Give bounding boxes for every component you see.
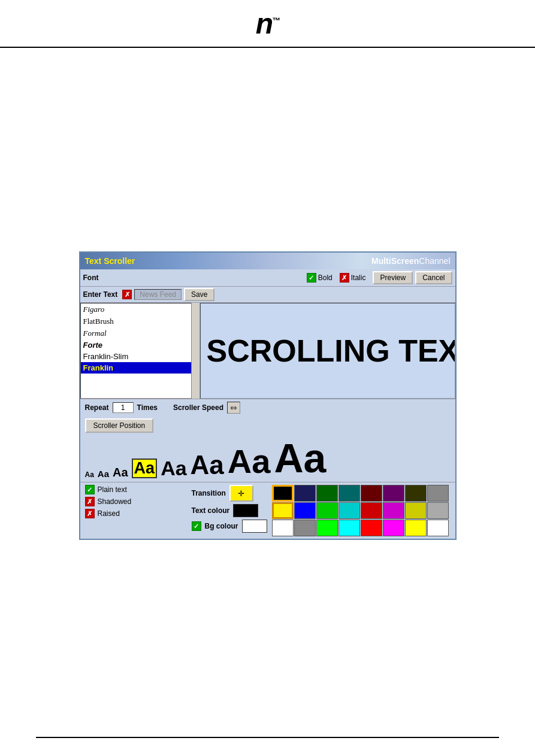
page-footer bbox=[36, 737, 499, 738]
font-list: Figaro FlatBrush Formal Forte Franklin-S… bbox=[80, 303, 200, 399]
toolbar-row-1: Font ✓ Bold ✗ Italic Preview Cancel bbox=[80, 269, 455, 287]
raised-check-icon[interactable]: ✗ bbox=[85, 509, 95, 518]
scroller-position-row: Scroller Position bbox=[80, 416, 455, 435]
shadowed-row: ✗ Shadowed bbox=[85, 497, 187, 506]
font-size-row: Aa Aa Aa Aa Aa Aa Aa Aa bbox=[80, 435, 455, 482]
font-sample-6[interactable]: Aa bbox=[191, 452, 224, 478]
palette-cell-darkgreen[interactable] bbox=[316, 485, 338, 502]
italic-label: Italic bbox=[351, 274, 366, 282]
dialog-title: Text Scroller bbox=[85, 256, 135, 266]
bold-checkbox[interactable]: ✓ Bold bbox=[307, 273, 333, 283]
repeat-input[interactable] bbox=[113, 402, 134, 413]
palette-cell-olive[interactable] bbox=[405, 485, 427, 502]
palette-cell-green[interactable] bbox=[316, 502, 338, 519]
repeat-label: Repeat bbox=[85, 403, 109, 412]
palette-cell-lightgray[interactable] bbox=[427, 502, 449, 519]
font-item-franklin-slim[interactable]: Franklin-Slim bbox=[81, 351, 199, 362]
save-button[interactable]: Save bbox=[184, 288, 214, 301]
left-checks: ✓ Plain text ✗ Shadowed ✗ Raised bbox=[85, 485, 187, 536]
palette-cell-white2[interactable] bbox=[427, 520, 449, 536]
palette-row-2 bbox=[272, 502, 449, 519]
bold-label: Bold bbox=[318, 274, 333, 282]
transition-label: Transition bbox=[192, 489, 226, 497]
transition-button[interactable]: ✛ bbox=[229, 485, 253, 502]
enter-text-clear-icon[interactable]: ✗ bbox=[122, 290, 132, 299]
brand-channel: Channel bbox=[419, 256, 450, 266]
enter-text-label: Enter Text bbox=[83, 290, 118, 299]
font-sample-2[interactable]: Aa bbox=[98, 469, 109, 478]
font-item-franklin[interactable]: Franklin bbox=[81, 362, 199, 374]
font-sample-5[interactable]: Aa bbox=[161, 458, 186, 478]
palette-cell-cyan[interactable] bbox=[338, 502, 360, 519]
font-item-formal[interactable]: Formal bbox=[81, 327, 199, 339]
palette-row-1 bbox=[272, 485, 449, 502]
speed-arrows-icon: ⇔ bbox=[230, 403, 237, 412]
shadowed-check-icon[interactable]: ✗ bbox=[85, 497, 95, 506]
font-scroll-wrapper: Figaro FlatBrush Formal Forte Franklin-S… bbox=[80, 303, 200, 399]
bg-colour-row: ✓ Bg colour bbox=[192, 520, 267, 533]
palette-cell-brightyellow[interactable] bbox=[405, 520, 427, 536]
palette-cell-brightmagenta[interactable] bbox=[383, 520, 404, 536]
raised-row: ✗ Raised bbox=[85, 509, 187, 518]
text-colour-swatch[interactable] bbox=[233, 504, 258, 517]
palette-cell-darkred[interactable] bbox=[361, 485, 382, 502]
transition-row: Transition ✛ bbox=[192, 485, 267, 502]
scroller-position-button[interactable]: Scroller Position bbox=[85, 418, 154, 433]
transition-colour-section: Transition ✛ Text colour ✓ Bg colour bbox=[192, 485, 267, 536]
text-colour-row: Text colour bbox=[192, 504, 267, 517]
font-item-forte[interactable]: Forte bbox=[81, 339, 199, 351]
font-sample-8[interactable]: Aa bbox=[274, 438, 326, 478]
palette-cell-navy[interactable] bbox=[294, 485, 316, 502]
plain-text-check-icon[interactable]: ✓ bbox=[85, 485, 95, 494]
bg-colour-swatch[interactable] bbox=[242, 520, 267, 533]
font-sample-1[interactable]: Aa bbox=[85, 471, 94, 478]
palette-cell-teal[interactable] bbox=[338, 485, 360, 502]
palette-cell-yellow[interactable] bbox=[272, 502, 294, 519]
palette-cell-lime[interactable] bbox=[405, 502, 427, 519]
main-content: Text Scroller MultiScreenChannel Font ✓ … bbox=[0, 48, 535, 540]
palette-cell-blue[interactable] bbox=[294, 502, 316, 519]
palette-cell-black[interactable] bbox=[272, 485, 294, 502]
cancel-button[interactable]: Cancel bbox=[415, 271, 452, 284]
palette-cell-red[interactable] bbox=[361, 502, 382, 519]
title-bar: Text Scroller MultiScreenChannel bbox=[80, 253, 455, 269]
palette-cell-purple[interactable] bbox=[383, 485, 404, 502]
palette-cell-brightgreen[interactable] bbox=[316, 520, 338, 536]
font-sample-7[interactable]: Aa bbox=[228, 445, 271, 478]
preview-button[interactable]: Preview bbox=[373, 271, 413, 284]
font-sample-4[interactable]: Aa bbox=[132, 459, 158, 478]
brand-logo: n™ bbox=[256, 7, 279, 40]
scrolling-text-display: SCROLLING TEXT...| bbox=[207, 333, 455, 369]
italic-checkbox[interactable]: ✗ Italic bbox=[340, 273, 366, 283]
times-label: Times bbox=[137, 403, 158, 412]
color-palette bbox=[272, 485, 449, 536]
font-list-scrollbar[interactable] bbox=[191, 303, 200, 399]
font-list-container: Figaro FlatBrush Formal Forte Franklin-S… bbox=[80, 303, 200, 399]
palette-cell-brightcyan[interactable] bbox=[338, 520, 360, 536]
palette-row-3 bbox=[272, 520, 449, 536]
palette-cell-magenta[interactable] bbox=[383, 502, 404, 519]
raised-label: Raised bbox=[98, 509, 120, 518]
palette-cell-white[interactable] bbox=[272, 520, 294, 536]
font-item-flatbrush[interactable]: FlatBrush bbox=[81, 315, 199, 327]
font-sample-3[interactable]: Aa bbox=[113, 466, 128, 478]
bold-check-icon: ✓ bbox=[307, 273, 316, 283]
brand-bold: MultiScreen bbox=[371, 256, 419, 266]
text-scroller-dialog: Text Scroller MultiScreenChannel Font ✓ … bbox=[79, 251, 457, 540]
shadowed-label: Shadowed bbox=[98, 497, 132, 506]
palette-cell-midgray[interactable] bbox=[294, 520, 316, 536]
transition-icon: ✛ bbox=[238, 489, 244, 498]
palette-cell-gray[interactable] bbox=[427, 485, 449, 502]
bg-colour-check-icon[interactable]: ✓ bbox=[192, 521, 201, 531]
news-feed-button[interactable]: News Feed bbox=[134, 289, 182, 300]
text-colour-label: Text colour bbox=[192, 506, 230, 515]
repeat-speed-row: Repeat Times Scroller Speed ⇔ bbox=[80, 399, 455, 416]
font-item-figaro[interactable]: Figaro bbox=[81, 303, 199, 315]
scroller-speed-label: Scroller Speed bbox=[173, 403, 223, 412]
page-header: n™ bbox=[0, 0, 535, 48]
plain-text-label: Plain text bbox=[98, 485, 127, 494]
text-preview-area: SCROLLING TEXT...| bbox=[200, 303, 455, 399]
speed-control[interactable]: ⇔ bbox=[227, 402, 240, 414]
palette-cell-brightred[interactable] bbox=[361, 520, 382, 536]
toolbar-row-2: Enter Text ✗ News Feed Save bbox=[80, 287, 455, 303]
